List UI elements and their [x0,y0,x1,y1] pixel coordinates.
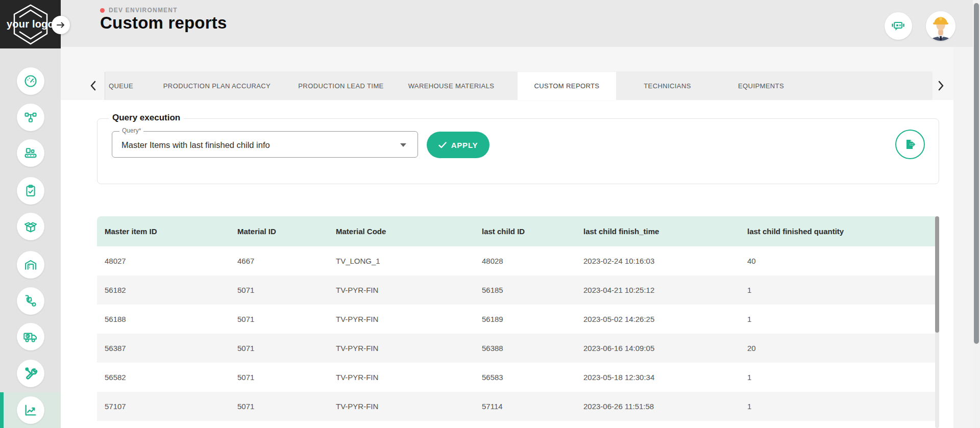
chevron-right-icon [938,81,944,91]
tab-warehouse-materials[interactable]: WAREHOUSE MATERIALS [385,72,518,100]
sidebar-item-shipping[interactable] [0,320,61,353]
delivery-truck-icon [23,330,38,344]
check-icon [438,142,447,148]
table-cell: 56388 [474,344,576,353]
query-select[interactable]: Query* Master Items with last finished c… [112,131,418,158]
table-cell: 4667 [230,257,328,265]
table-cell: 1 [740,315,939,323]
query-execution-panel: Query execution Query* Master Items with… [97,118,939,184]
gauge-icon [23,74,38,88]
table-row: 563875071TV-PYR-FIN563882023-06-16 14:09… [97,334,939,363]
tabs-scroll-right-button[interactable] [935,78,948,93]
apply-button-label: APPLY [451,141,478,149]
sidebar-item-maintenance[interactable] [0,357,61,390]
sidebar-item-logistics[interactable] [0,285,61,317]
tab-production-lead-time[interactable]: PRODUCTION LEAD TIME [297,72,385,100]
tab-production-plan-accuracy[interactable]: PRODUCTION PLAN ACCURACY [137,72,297,100]
sidebar-item-dashboard[interactable] [0,65,61,97]
table-row: 561825071TV-PYR-FIN561852023-04-21 10:25… [97,275,939,305]
tools-icon [23,366,38,381]
tab-strip: QUEUEPRODUCTION PLAN ACCURACYPRODUCTION … [105,72,932,100]
tabs-scroll-left-button[interactable] [86,78,100,93]
user-avatar[interactable] [926,11,955,41]
tab-equipments[interactable]: EQUIPMENTS [719,72,803,100]
table-header-cell: last child finish_time [576,227,740,236]
sidebar-item-reports[interactable] [0,392,61,428]
table-cell: 5071 [230,315,328,323]
table-row: 480274667TV_LONG_1480282023-02-24 10:16:… [97,246,939,275]
export-file-icon [903,138,917,150]
table-cell: TV-PYR-FIN [328,402,474,411]
table-row: 571075071TV-PYR-FIN571142023-06-26 11:51… [97,392,939,421]
page-scrollbar-thumb[interactable] [974,3,979,344]
table-cell: 2023-05-02 14:26:25 [576,315,740,323]
table-cell: 56182 [97,286,230,294]
table-cell: 57107 [97,402,230,411]
table-cell: 5071 [230,402,328,411]
query-select-value: Master Items with last finished child in… [121,132,270,158]
sidebar-item-tasks[interactable] [0,174,61,207]
sidebar-item-production[interactable] [0,137,61,169]
chevron-left-icon [90,81,96,91]
table-cell: 56189 [474,315,576,323]
table-header-row: Master item IDMaterial IDMaterial Codela… [97,216,939,246]
table-header-cell: last child ID [474,227,576,236]
table-cell: 57114 [474,402,576,411]
table-cell: TV_LONG_1 [328,257,474,265]
hand-truck-icon [23,294,38,308]
table-header-cell: Master item ID [97,227,230,236]
table-cell: 2023-04-21 10:25:12 [576,286,740,294]
sidebar-expand-button[interactable] [52,16,70,34]
table-cell: 5071 [230,373,328,382]
worker-avatar [926,11,955,41]
right-gutter [953,47,973,428]
page-scrollbar[interactable] [973,0,980,428]
tab-technicians[interactable]: TECHNICIANS [616,72,719,100]
chatbot-button[interactable] [885,12,912,40]
table-cell: 2023-06-16 14:09:05 [576,344,740,353]
table-cell: 2023-05-18 12:30:34 [576,373,740,382]
table-cell: 56387 [97,344,230,353]
table-cell: 48028 [474,257,576,265]
chart-reports-icon [23,403,38,417]
robot-chat-icon [891,19,906,33]
table-cell: 20 [740,344,939,353]
warehouse-icon [23,258,38,272]
page-title: Custom reports [100,13,227,33]
tab-custom-reports[interactable]: CUSTOM REPORTS [518,72,616,100]
logo-text: your logo [7,18,54,30]
report-table: Master item IDMaterial IDMaterial Codela… [97,216,939,421]
env-dot-icon [100,8,105,13]
apply-button[interactable]: APPLY [427,132,489,158]
table-cell: 1 [740,286,939,294]
table-cell: 5071 [230,344,328,353]
table-row: 561885071TV-PYR-FIN561892023-05-02 14:26… [97,305,939,334]
sidebar-item-workflow[interactable] [0,101,61,134]
sidebar-item-warehouse[interactable] [0,248,61,281]
sidebar-item-materials[interactable] [0,210,61,243]
table-header-cell: last child finished quantity [740,227,939,236]
table-scrollbar[interactable] [935,216,939,428]
table-header-cell: Material ID [230,227,328,236]
environment-badge: DEV ENVIRONMENT [100,7,178,14]
conveyor-icon [23,146,38,160]
table-cell: TV-PYR-FIN [328,373,474,382]
table-cell: 56185 [474,286,576,294]
table-cell: TV-PYR-FIN [328,315,474,323]
sidebar [0,48,61,428]
table-cell: TV-PYR-FIN [328,286,474,294]
chevron-down-icon [400,143,406,147]
export-button[interactable] [895,130,925,159]
table-cell: TV-PYR-FIN [328,344,474,353]
table-cell: 1 [740,373,939,382]
table-body: 480274667TV_LONG_1480282023-02-24 10:16:… [97,246,939,421]
tab-queue[interactable]: QUEUE [105,72,137,100]
table-cell: 1 [740,402,939,411]
table-cell: 56583 [474,373,576,382]
table-cell: 5071 [230,286,328,294]
arrow-right-icon [56,21,65,29]
table-cell: 56582 [97,373,230,382]
panel-legend: Query execution [109,113,184,123]
table-scrollbar-thumb[interactable] [935,216,939,333]
clipboard-check-icon [23,184,38,198]
